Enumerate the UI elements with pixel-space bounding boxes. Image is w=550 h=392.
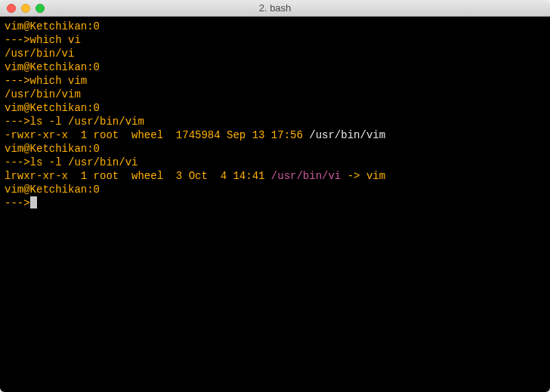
terminal-text: --->which vi	[5, 34, 81, 46]
terminal-line: --->	[5, 196, 545, 210]
terminal-text: --->	[5, 197, 30, 209]
terminal-line: vim@Ketchikan:0	[5, 183, 545, 196]
terminal-text: --->ls -l /usr/bin/vim	[5, 116, 144, 128]
terminal-line: lrwxr-xr-x 1 root wheel 3 Oct 4 14:41 /u…	[5, 169, 545, 183]
terminal-window: 2. bash vim@Ketchikan:0--->which vi/usr/…	[0, 0, 550, 392]
terminal-text: lrwxr-xr-x 1 root wheel 3 Oct 4 14:41	[5, 170, 271, 182]
cursor	[30, 196, 37, 208]
terminal-line: vim@Ketchikan:0	[5, 101, 545, 115]
terminal-text: vim@Ketchikan:0	[5, 102, 100, 114]
terminal-line: -rwxr-xr-x 1 root wheel 1745984 Sep 13 1…	[5, 128, 545, 142]
terminal-text: vim@Ketchikan:0	[5, 143, 100, 155]
terminal-text: -rwxr-xr-x 1 root wheel 1745984 Sep 13 1…	[5, 129, 309, 141]
terminal-text: /usr/bin/vim	[5, 88, 81, 100]
terminal-text: /usr/bin/vi	[5, 48, 74, 60]
terminal-text: --->ls -l /usr/bin/vi	[5, 156, 138, 168]
terminal-body[interactable]: vim@Ketchikan:0--->which vi/usr/bin/vivi…	[0, 17, 550, 392]
terminal-text: /usr/bin/vim	[309, 129, 385, 141]
terminal-text: -> vim	[341, 170, 385, 182]
terminal-text: /usr/bin/vi	[271, 170, 341, 182]
terminal-line: /usr/bin/vim	[5, 88, 545, 101]
titlebar: 2. bash	[0, 0, 550, 17]
terminal-line: --->ls -l /usr/bin/vim	[5, 115, 545, 128]
terminal-line: vim@Ketchikan:0	[5, 142, 545, 156]
terminal-text: --->which vim	[5, 75, 87, 87]
maximize-icon[interactable]	[36, 4, 45, 13]
close-icon[interactable]	[7, 4, 16, 13]
terminal-line: --->which vim	[5, 74, 545, 88]
terminal-text: vim@Ketchikan:0	[5, 61, 100, 73]
terminal-text: vim@Ketchikan:0	[5, 184, 100, 196]
minimize-icon[interactable]	[21, 4, 30, 13]
terminal-line: vim@Ketchikan:0	[5, 60, 545, 74]
terminal-line: vim@Ketchikan:0	[5, 20, 545, 33]
terminal-line: --->ls -l /usr/bin/vi	[5, 156, 545, 169]
terminal-text: vim@Ketchikan:0	[5, 20, 100, 32]
terminal-line: --->which vi	[5, 33, 545, 47]
traffic-lights	[0, 4, 45, 13]
terminal-line: /usr/bin/vi	[5, 47, 545, 60]
window-title: 2. bash	[0, 2, 550, 14]
